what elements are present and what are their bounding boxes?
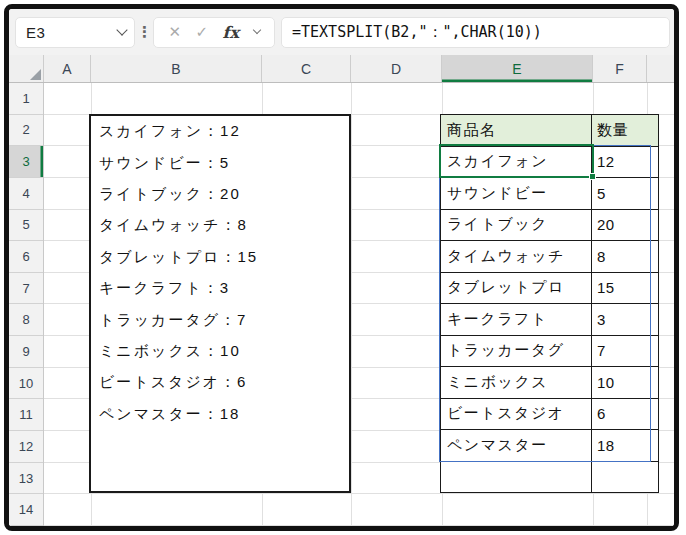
source-line: ビートスタジオ：6: [91, 367, 349, 398]
cell-e11[interactable]: ビートスタジオ: [441, 399, 592, 430]
cell-e10[interactable]: ミニボックス: [441, 367, 592, 398]
header-cell-quantity[interactable]: 数量: [592, 115, 658, 146]
column-header-partial[interactable]: [647, 55, 674, 82]
gridline-vertical: [351, 83, 352, 526]
row-header-9[interactable]: 9: [9, 336, 43, 368]
formula-controls: ✕ ✓ fx: [153, 17, 275, 48]
row-header-8[interactable]: 8: [9, 304, 43, 336]
row-header-5[interactable]: 5: [9, 210, 43, 242]
table-row: タブレットプロ 15: [441, 273, 658, 305]
source-line: サウンドビー：5: [91, 147, 349, 178]
window-frame: E3 ⋮ ✕ ✓ fx =TEXTSPLIT(B2,"：",CHAR(10)) …: [4, 4, 679, 531]
grid-row: [44, 83, 674, 115]
chevron-down-icon[interactable]: [252, 26, 260, 34]
row-header-1[interactable]: 1: [9, 83, 43, 115]
column-header-d[interactable]: D: [351, 55, 442, 82]
table-header-row: 商品名 数量: [441, 115, 658, 147]
table-row: スカイフォン 12: [441, 147, 658, 179]
cell-f10[interactable]: 10: [592, 367, 658, 398]
row-header-4[interactable]: 4: [9, 178, 43, 210]
table-row: トラッカータグ 7: [441, 336, 658, 368]
source-line: ペンマスター：18: [91, 399, 349, 430]
column-headers: A B C D E F: [9, 55, 674, 83]
row-header-10[interactable]: 10: [9, 368, 43, 400]
cell-f4[interactable]: 5: [592, 178, 658, 209]
cell-e13[interactable]: [441, 462, 592, 493]
cell-e4[interactable]: サウンドビー: [441, 178, 592, 209]
table-row: ペンマスター 18: [441, 430, 658, 462]
excel-screenshot: E3 ⋮ ✕ ✓ fx =TEXTSPLIT(B2,"：",CHAR(10)) …: [0, 0, 686, 535]
table-row: ビートスタジオ 6: [441, 399, 658, 431]
fill-handle[interactable]: [589, 173, 596, 180]
cell-e6[interactable]: タイムウォッチ: [441, 241, 592, 272]
cell-e8[interactable]: キークラフト: [441, 304, 592, 335]
source-line: タブレットプロ：15: [91, 242, 349, 273]
formula-bar: E3 ⋮ ✕ ✓ fx =TEXTSPLIT(B2,"：",CHAR(10)): [9, 9, 674, 55]
column-header-e-selected[interactable]: E: [442, 55, 593, 82]
cell-e7[interactable]: タブレットプロ: [441, 273, 592, 304]
source-line: スカイフォン：12: [91, 116, 349, 147]
source-textbox-b2[interactable]: スカイフォン：12 サウンドビー：5 ライトブック：20 タイムウォッチ：8 タ…: [89, 114, 351, 493]
column-header-a[interactable]: A: [44, 55, 91, 82]
row-header-14[interactable]: 14: [9, 494, 43, 526]
cell-f13[interactable]: [592, 462, 658, 493]
source-line: ミニボックス：10: [91, 336, 349, 367]
grid-row: [44, 494, 674, 526]
cell-f8[interactable]: 3: [592, 304, 658, 335]
table-row-empty: [441, 462, 658, 493]
column-header-b[interactable]: B: [91, 55, 262, 82]
cell-e9[interactable]: トラッカータグ: [441, 336, 592, 367]
row-header-13[interactable]: 13: [9, 463, 43, 495]
table-row: ライトブック 20: [441, 210, 658, 242]
header-cell-product-name[interactable]: 商品名: [441, 115, 592, 146]
row-header-6[interactable]: 6: [9, 241, 43, 273]
name-box[interactable]: E3: [15, 17, 135, 48]
row-header-11[interactable]: 11: [9, 399, 43, 431]
formula-input[interactable]: =TEXTSPLIT(B2,"：",CHAR(10)): [281, 17, 670, 48]
source-line: ライトブック：20: [91, 179, 349, 210]
row-header-2[interactable]: 2: [9, 115, 43, 147]
source-line: タイムウォッチ：8: [91, 210, 349, 241]
cell-e12[interactable]: ペンマスター: [441, 430, 592, 461]
enter-icon[interactable]: ✓: [196, 23, 209, 41]
result-table: 商品名 数量 スカイフォン 12 サウンドビー 5 ライトブック 20 タイムウ…: [440, 114, 659, 493]
row-header-7[interactable]: 7: [9, 273, 43, 305]
chevron-down-icon[interactable]: [116, 24, 127, 35]
table-row: サウンドビー 5: [441, 178, 658, 210]
column-header-c[interactable]: C: [262, 55, 351, 82]
table-row: タイムウォッチ 8: [441, 241, 658, 273]
cell-e3-active[interactable]: スカイフォン: [441, 147, 592, 178]
cancel-icon[interactable]: ✕: [168, 23, 181, 41]
table-row: キークラフト 3: [441, 304, 658, 336]
select-all-corner[interactable]: [9, 55, 44, 82]
cell-f5[interactable]: 20: [592, 210, 658, 241]
cell-f3[interactable]: 12: [592, 147, 658, 178]
row-headers: 1 2 3 4 5 6 7 8 9 10 11 12 13 14: [9, 83, 44, 526]
column-header-f[interactable]: F: [593, 55, 647, 82]
select-all-triangle-icon: [30, 69, 41, 80]
insert-function-icon[interactable]: fx: [223, 23, 239, 42]
cell-f6[interactable]: 8: [592, 241, 658, 272]
row-header-3-selected[interactable]: 3: [9, 146, 43, 178]
name-box-value: E3: [26, 24, 118, 41]
cell-e5[interactable]: ライトブック: [441, 210, 592, 241]
cell-f11[interactable]: 6: [592, 399, 658, 430]
sheet-area[interactable]: 1 2 3 4 5 6 7 8 9 10 11 12 13 14 スカイフォン：…: [9, 83, 674, 526]
more-options-icon[interactable]: ⋮: [137, 23, 151, 41]
formula-text: =TEXTSPLIT(B2,"：",CHAR(10)): [292, 23, 542, 42]
cell-f7[interactable]: 15: [592, 273, 658, 304]
cell-f12[interactable]: 18: [592, 430, 658, 461]
row-header-12[interactable]: 12: [9, 431, 43, 463]
source-line: トラッカータグ：7: [91, 304, 349, 335]
table-row: ミニボックス 10: [441, 367, 658, 399]
source-line: キークラフト：3: [91, 273, 349, 304]
cell-f9[interactable]: 7: [592, 336, 658, 367]
